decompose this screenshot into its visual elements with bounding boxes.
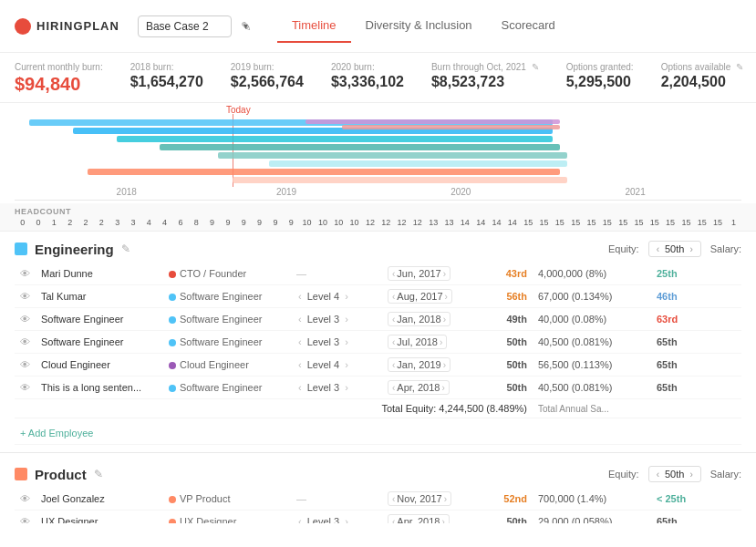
level-next-btn[interactable]: › — [343, 291, 350, 302]
level-control[interactable]: ‹ Level 4 › — [296, 359, 350, 370]
date-next-btn[interactable]: › — [443, 269, 446, 279]
engineering-add-employee-button[interactable]: + Add Employee — [20, 422, 93, 440]
month-tick: J — [485, 202, 500, 203]
stat-2018-burn: 2018 burn: $1,654,270 — [130, 62, 203, 90]
level-prev-btn[interactable]: ‹ — [296, 359, 304, 370]
burn-edit-icon[interactable]: ✎ — [532, 62, 539, 72]
date-next-btn[interactable]: › — [443, 360, 446, 370]
visibility-icon[interactable]: 👁 — [20, 493, 30, 504]
level-prev-btn[interactable]: ‹ — [296, 314, 304, 325]
section-header-engineering: Engineering ✎ Equity: ‹ 50th › Salary: — [15, 241, 741, 257]
date-next-btn[interactable]: › — [441, 517, 444, 524]
date-control[interactable]: ‹ Jan, 2018 › — [388, 312, 450, 326]
salary-label-engineering: Salary: — [710, 243, 741, 254]
date-prev-btn[interactable]: ‹ — [392, 315, 395, 325]
date-next-btn[interactable]: › — [444, 494, 447, 504]
hc-num: 15 — [567, 218, 583, 227]
tab-diversity[interactable]: Diversity & Inclusion — [351, 9, 487, 43]
hc-num: 13 — [441, 218, 457, 227]
level-next-btn[interactable]: › — [343, 359, 350, 370]
level-prev-btn[interactable]: ‹ — [296, 382, 304, 393]
level-dash: — — [296, 493, 306, 504]
date-control[interactable]: ‹ Nov, 2017 › — [388, 491, 451, 506]
visibility-icon[interactable]: 👁 — [20, 359, 30, 370]
date-control[interactable]: ‹ Jan, 2019 › — [388, 357, 450, 372]
level-control[interactable]: ‹ Level 3 › — [296, 382, 350, 393]
date-prev-btn[interactable]: ‹ — [392, 269, 395, 279]
month-tick: D — [300, 202, 315, 203]
scenario-edit-button[interactable]: ✎ — [237, 17, 255, 36]
level-control[interactable]: ‹ Level 3 › — [296, 516, 350, 523]
level-prev-btn[interactable]: ‹ — [296, 336, 304, 347]
visibility-icon[interactable]: 👁 — [20, 516, 30, 523]
scenario-selector[interactable]: Base Case 2 ▾ ✎ — [138, 15, 255, 37]
tab-timeline[interactable]: Timeline — [277, 9, 351, 43]
level-control[interactable]: ‹ Level 3 › — [296, 314, 350, 325]
visibility-icon[interactable]: 👁 — [20, 314, 30, 325]
equity-percentile-cell: 50th — [506, 359, 527, 370]
level-value: Level 4 — [307, 291, 339, 302]
date-prev-btn[interactable]: ‹ — [392, 292, 395, 302]
date-prev-btn[interactable]: ‹ — [392, 517, 395, 524]
tab-scorecard[interactable]: Scorecard — [487, 9, 570, 43]
stat-options-granted: Options granted: 5,295,500 — [566, 62, 634, 90]
month-tick: S — [86, 202, 100, 203]
date-prev-btn[interactable]: ‹ — [392, 360, 395, 370]
salary-percentile: 25th — [657, 268, 678, 279]
date-prev-btn[interactable]: ‹ — [392, 337, 395, 347]
visibility-icon[interactable]: 👁 — [20, 268, 30, 279]
equity-value: 40,500 (0.081%) — [538, 336, 612, 347]
month-tick: N — [627, 202, 642, 203]
level-next-btn[interactable]: › — [343, 314, 350, 325]
date-next-btn[interactable]: › — [441, 383, 444, 393]
level-next-btn[interactable]: › — [343, 382, 350, 393]
scenario-select[interactable]: Base Case 2 — [138, 15, 232, 37]
visibility-icon[interactable]: 👁 — [20, 336, 30, 347]
equity-percentile-value: 50th — [665, 243, 684, 254]
visibility-icon[interactable]: 👁 — [20, 291, 30, 302]
hc-num: 10 — [315, 218, 330, 227]
equity-percentile-prev[interactable]: ‹ — [655, 244, 661, 254]
equity-percentile-next[interactable]: › — [688, 244, 694, 254]
hc-num: 9 — [284, 218, 299, 227]
logo-text: HIRINGPLAN — [36, 19, 119, 33]
date-control[interactable]: ‹ Jul, 2018 › — [388, 335, 447, 349]
date-control[interactable]: ‹ Aug, 2017 › — [388, 289, 452, 304]
date-next-btn[interactable]: › — [445, 292, 448, 302]
month-tick: J — [314, 202, 328, 203]
level-next-btn[interactable]: › — [343, 516, 350, 523]
product-equity-percentile-control[interactable]: ‹ 50th › — [648, 466, 701, 482]
month-tick: D — [129, 202, 143, 203]
stat-value: $2,566,764 — [231, 74, 304, 90]
date-control[interactable]: ‹ Jun, 2017 › — [388, 266, 450, 281]
logo-icon — [15, 18, 31, 35]
date-prev-btn[interactable]: ‹ — [392, 383, 395, 393]
date-value: Jul, 2018 — [397, 336, 438, 347]
section-edit-engineering[interactable]: ✎ — [121, 243, 130, 255]
level-next-btn[interactable]: › — [343, 336, 350, 347]
date-next-btn[interactable]: › — [440, 337, 442, 347]
hc-num: 3 — [109, 218, 125, 227]
month-tick: J — [143, 202, 158, 203]
level-control[interactable]: ‹ Level 4 › — [296, 291, 350, 302]
options-edit-icon[interactable]: ✎ — [736, 62, 743, 72]
section-edit-product[interactable]: ✎ — [94, 468, 103, 480]
date-control[interactable]: ‹ Apr, 2018 › — [388, 514, 450, 523]
product-equity-percentile-next[interactable]: › — [688, 470, 694, 480]
equity-percentile-control[interactable]: ‹ 50th › — [648, 241, 701, 257]
hc-num: 15 — [599, 218, 615, 227]
month-tick: J — [228, 202, 243, 203]
engineering-table: 👁 Mari Dunne CTO / Founder — ‹ Jun, 2017… — [15, 263, 741, 445]
hc-num: 15 — [552, 218, 567, 227]
month-tick: F — [157, 202, 171, 203]
level-prev-btn[interactable]: ‹ — [296, 516, 304, 523]
product-equity-percentile-prev[interactable]: ‹ — [655, 470, 661, 480]
role-dot — [169, 362, 176, 369]
visibility-icon[interactable]: 👁 — [20, 382, 30, 393]
date-prev-btn[interactable]: ‹ — [392, 494, 395, 504]
level-prev-btn[interactable]: ‹ — [296, 291, 304, 302]
date-next-btn[interactable]: › — [443, 315, 446, 325]
level-control[interactable]: ‹ Level 3 › — [296, 336, 350, 347]
date-control[interactable]: ‹ Apr, 2018 › — [388, 380, 450, 395]
salary-label-product: Salary: — [710, 469, 741, 480]
